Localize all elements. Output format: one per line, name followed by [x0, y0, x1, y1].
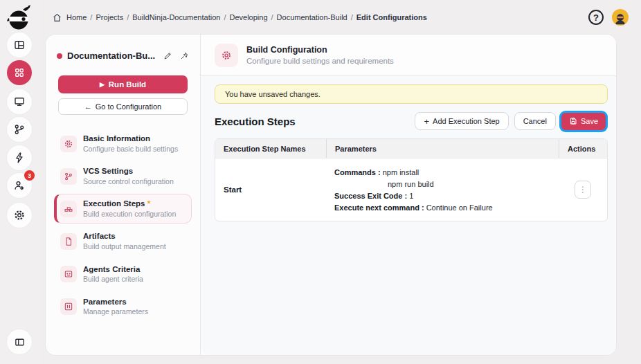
execution-steps-section-header: Execution Steps + Add Execution Step Can… [215, 112, 608, 130]
breadcrumb-separator: / [127, 13, 129, 21]
goto-configuration-label: Go to Configuration [96, 102, 161, 111]
add-execution-step-button[interactable]: + Add Execution Step [415, 112, 508, 130]
nav-subtitle: Manage parameters [83, 307, 148, 317]
column-step-names: Execution Step Names [215, 139, 326, 158]
table-row: Start Commands : npm install npm run bui… [215, 158, 607, 221]
users-settings-icon[interactable]: 3 [7, 173, 32, 198]
breadcrumb-projects[interactable]: Projects [96, 13, 123, 21]
breadcrumb-subproject[interactable]: Developing [229, 13, 267, 21]
breadcrumb-project[interactable]: BuildNinja-Documentation [132, 13, 220, 21]
column-parameters: Parameters [326, 139, 559, 158]
edit-pencil-icon[interactable] [162, 50, 174, 62]
vcs-branch-icon[interactable] [7, 117, 32, 142]
step-actions: ⋮ [559, 158, 607, 221]
nav-item-parameters[interactable]: Parameters Manage parameters [54, 292, 192, 322]
execution-steps-table: Execution Step Names Parameters Actions … [215, 138, 608, 221]
content-sheet: Documentation-Bu... ▶ Run Build ← Go to … [46, 35, 616, 355]
steps-icon [60, 201, 77, 217]
build-configuration-header: Build Configuration Configure build sett… [201, 35, 616, 76]
nav-title: Execution Steps * [83, 199, 176, 210]
param-commands-continued: npm run build [334, 179, 550, 190]
run-build-button[interactable]: ▶ Run Build [58, 75, 188, 93]
nav-title: Agents Criteria [83, 264, 143, 275]
buildninja-logo[interactable] [5, 4, 34, 33]
breadcrumb-separator: / [90, 13, 92, 21]
nav-subtitle: Build output management [83, 242, 166, 252]
project-name: Documentation-Bu... [67, 51, 157, 61]
save-label: Save [581, 117, 598, 125]
project-header: Documentation-Bu... [54, 44, 192, 64]
step-name: Start [215, 158, 326, 221]
home-icon [53, 13, 62, 22]
add-execution-step-label: Add Execution Step [433, 117, 500, 125]
dashboard-icon[interactable] [7, 33, 32, 57]
nav-item-basic-information[interactable]: Basic Information Configure basic build … [54, 129, 192, 158]
agents-monitor-icon[interactable] [7, 89, 32, 114]
nav-item-agents-criteria[interactable]: Agents Criteria Build agent criteria [54, 260, 192, 289]
nav-item-execution-steps[interactable]: Execution Steps * Build execution config… [54, 194, 192, 224]
required-marker: * [147, 199, 150, 208]
actions-lightning-icon[interactable] [7, 145, 32, 170]
top-bar: Home / Projects / BuildNinja-Documentati… [40, 0, 641, 35]
nav-subtitle: Configure basic build settings [83, 145, 178, 154]
config-nav: Basic Information Configure basic build … [54, 129, 192, 322]
agent-face-icon [60, 266, 77, 282]
param-execute-next-command: Execute next command : Continue on Failu… [334, 202, 550, 214]
run-build-label: Run Build [109, 80, 146, 89]
left-arrow-icon: ← [84, 102, 92, 111]
build-sidebar: Documentation-Bu... ▶ Run Build ← Go to … [46, 35, 201, 355]
gear-icon [215, 44, 238, 67]
gear-icon [60, 136, 77, 152]
section-title: Execution Steps [215, 116, 296, 127]
table-header: Execution Step Names Parameters Actions [215, 139, 607, 158]
page-title: Build Configuration [246, 45, 394, 55]
breadcrumb: Home / Projects / BuildNinja-Documentati… [53, 13, 427, 22]
pin-icon[interactable] [179, 50, 190, 62]
nav-subtitle: Source control configuration [83, 177, 174, 187]
breadcrumb-separator: / [271, 13, 273, 21]
kebab-menu-button[interactable]: ⋮ [575, 181, 591, 199]
page-subtitle: Configure build settings and requirement… [246, 57, 394, 65]
breadcrumb-separator: / [351, 13, 353, 21]
cancel-button[interactable]: Cancel [514, 112, 556, 130]
git-branch-icon [60, 168, 77, 185]
breadcrumb-home[interactable]: Home [66, 13, 87, 21]
collapse-sidebar-icon[interactable] [7, 329, 32, 354]
main-panel: Build Configuration Configure build sett… [201, 35, 616, 355]
user-avatar[interactable] [612, 9, 629, 26]
breadcrumb-build[interactable]: Documentation-Build [277, 13, 347, 21]
nav-item-artifacts[interactable]: Artifacts Build output management [54, 226, 192, 256]
settings-gear-icon[interactable] [7, 203, 32, 228]
help-icon[interactable]: ? [588, 10, 604, 25]
step-parameters: Commands : npm install npm run build Suc… [326, 158, 559, 221]
play-icon: ▶ [100, 81, 105, 88]
save-button[interactable]: Save [561, 113, 606, 130]
breadcrumb-separator: / [224, 13, 226, 21]
goto-configuration-button[interactable]: ← Go to Configuration [58, 98, 188, 115]
nav-item-vcs-settings[interactable]: VCS Settings Source control configuratio… [54, 161, 192, 191]
nav-title: Artifacts [83, 231, 166, 242]
nav-subtitle: Build agent criteria [83, 275, 143, 284]
nav-title: Parameters [83, 297, 148, 308]
sliders-icon [60, 298, 77, 315]
file-icon [60, 233, 77, 250]
projects-grid-icon[interactable] [7, 60, 32, 85]
unsaved-changes-alert: You have unsaved changes. [215, 84, 608, 104]
icon-rail: 3 [0, 0, 40, 364]
param-success-exit-code: Success Exit Code : 1 [334, 190, 550, 202]
param-commands: Commands : npm install [334, 167, 550, 179]
nav-subtitle: Build execution configuration [83, 210, 176, 219]
save-icon [569, 117, 577, 125]
main-body: You have unsaved changes. Execution Step… [201, 76, 616, 355]
column-actions: Actions [559, 139, 607, 158]
status-dot [57, 53, 62, 59]
nav-title: VCS Settings [83, 166, 174, 177]
plus-icon: + [424, 117, 429, 126]
nav-title: Basic Information [83, 134, 178, 145]
topbar-actions: ? [588, 9, 629, 26]
notification-badge: 3 [24, 170, 35, 181]
breadcrumb-current: Edit Configurations [356, 13, 427, 21]
